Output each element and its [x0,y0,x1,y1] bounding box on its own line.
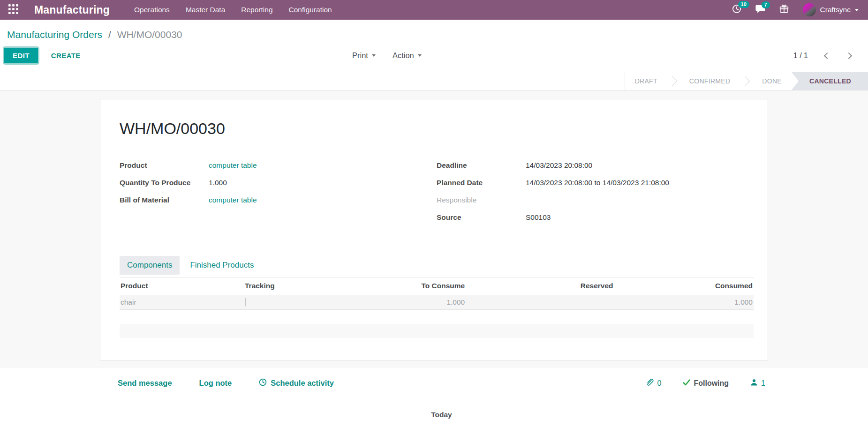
field-product: Product computer table [120,161,437,172]
column-header-tracking[interactable]: Tracking [244,277,370,295]
stage-confirmed[interactable]: CONFIRMED [679,72,740,90]
attachment-count: 0 [657,379,662,388]
chevron-down-icon [372,54,376,57]
empty-row [120,310,754,324]
menu-operations[interactable]: Operations [134,6,170,14]
field-quantity-to-produce: Quantity To Produce 1.000 [120,179,437,189]
date-divider-label: Today [431,411,452,419]
empty-row [120,324,754,338]
field-label: Bill of Material [120,196,209,204]
follower-count: 1 [761,379,765,388]
field-source: Source S00103 [437,213,754,224]
following-button[interactable]: Following [683,379,729,388]
create-button[interactable]: CREATE [51,52,81,60]
schedule-activity-button[interactable]: Schedule activity [259,378,334,388]
field-column-left: Product computer table Quantity To Produ… [120,161,437,231]
apps-menu-button[interactable] [6,2,21,18]
field-label: Deadline [437,161,526,170]
menu-reporting[interactable]: Reporting [241,6,272,14]
activity-count-badge: 10 [738,1,749,8]
chevron-down-icon [418,54,422,57]
field-planned-date: Planned Date 14/03/2023 20:08:00 to 14/0… [437,179,754,189]
menu-master-data[interactable]: Master Data [186,6,225,14]
paperclip-icon [646,378,654,388]
pager: 1 / 1 [793,52,851,60]
rewards-button[interactable] [779,4,789,15]
print-dropdown-label: Print [352,51,368,60]
stage-separator-icon [740,72,752,90]
user-name: Craftsync [820,6,851,14]
cell-consumed: 1.000 [614,295,754,310]
pager-next-button[interactable] [845,52,852,59]
divider-line [460,415,765,415]
user-menu[interactable]: Craftsync [803,3,859,16]
quantity-value: 1.000 [209,179,227,187]
deadline-value: 14/03/2023 20:08:00 [526,161,592,170]
empty-row [120,338,754,352]
statusbar-row: DRAFT CONFIRMED DONE CANCELLED [0,72,868,90]
column-header-product[interactable]: Product [120,277,244,295]
source-value: S00103 [526,213,551,222]
breadcrumb-parent-link[interactable]: Manufacturing Orders [7,29,102,40]
column-header-to-consume[interactable]: To Consume [370,277,466,295]
breadcrumb-separator: / [108,29,111,40]
table-row[interactable]: chair 1.000 1.000 [120,295,754,310]
column-header-reserved[interactable]: Reserved [466,277,614,295]
apps-grid-icon [8,4,18,16]
person-icon [750,379,758,388]
user-avatar [803,3,816,16]
form-view-content: WH/MO/00030 Product computer table Quant… [0,90,868,368]
notebook-tabs: Components Finished Products [120,256,754,275]
menu-configuration[interactable]: Configuration [289,6,332,14]
control-panel: EDIT CREATE Print Action 1 / 1 [0,40,868,72]
components-table: Product Tracking To Consume Reserved Con… [120,277,754,352]
activities-button[interactable]: 10 [732,4,741,15]
cell-reserved [466,295,614,310]
stage-done[interactable]: DONE [752,72,792,90]
app-title[interactable]: Manufacturing [34,4,110,16]
message-count-badge: 7 [762,1,770,8]
cell-tracking [244,295,370,310]
edit-button[interactable]: EDIT [4,48,38,63]
breadcrumb-current: WH/MO/00030 [117,29,182,40]
column-header-consumed[interactable]: Consumed [614,277,754,295]
date-divider: Today [118,411,765,419]
field-bill-of-material: Bill of Material computer table [120,196,437,207]
action-dropdown-label: Action [392,51,414,60]
field-label: Planned Date [437,179,526,187]
tracking-checkbox[interactable] [245,298,246,307]
check-icon [683,379,690,388]
field-deadline: Deadline 14/03/2023 20:08:00 [437,161,754,172]
followers-button[interactable]: 1 [750,379,765,388]
field-label: Source [437,213,526,222]
product-link[interactable]: computer table [209,161,257,170]
log-note-button[interactable]: Log note [199,379,232,388]
print-dropdown[interactable]: Print [352,51,376,60]
top-navbar: Manufacturing Operations Master Data Rep… [0,0,868,20]
breadcrumb: Manufacturing Orders / WH/MO/00030 [0,20,868,40]
following-label: Following [694,379,729,388]
field-responsible: Responsible [437,196,754,207]
field-label: Product [120,161,209,170]
schedule-activity-label: Schedule activity [271,379,334,388]
stage-cancelled[interactable]: CANCELLED [792,72,868,90]
app-menu: Operations Master Data Reporting Configu… [134,6,332,14]
field-grid: Product computer table Quantity To Produ… [120,161,754,231]
pager-previous-button[interactable] [824,52,830,59]
stage-draft[interactable]: DRAFT [625,72,667,90]
field-label: Quantity To Produce [120,179,209,187]
send-message-button[interactable]: Send message [118,379,172,388]
action-menus: Print Action [352,51,422,60]
action-dropdown[interactable]: Action [392,51,422,60]
attachments-button[interactable]: 0 [646,378,662,388]
tab-components[interactable]: Components [120,256,180,275]
table-header-row: Product Tracking To Consume Reserved Con… [120,277,754,295]
tab-finished-products[interactable]: Finished Products [182,256,261,275]
chatter-right-tools: 0 Following 1 [646,378,765,388]
divider-line [118,415,423,415]
stage-separator-icon [667,72,679,90]
bom-link[interactable]: computer table [209,196,257,204]
record-title: WH/MO/00030 [120,120,754,138]
messages-button[interactable]: 7 [755,5,765,15]
form-sheet: WH/MO/00030 Product computer table Quant… [100,99,768,360]
